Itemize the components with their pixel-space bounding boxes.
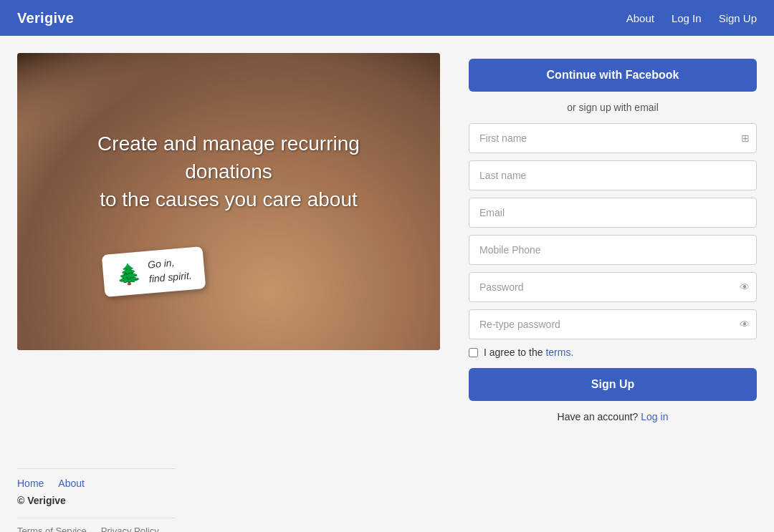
terms-link[interactable]: terms. (545, 347, 573, 358)
phone-input[interactable] (469, 235, 757, 265)
or-divider: or sign up with email (469, 102, 757, 113)
footer-copyright: © Verigive (17, 495, 757, 506)
nav-login[interactable]: Log In (672, 12, 702, 24)
first-name-input[interactable] (469, 123, 757, 153)
card-text: Go in, find spirit. (147, 254, 192, 286)
brand-logo: Verigive (17, 10, 74, 26)
footer-divider-top (17, 468, 175, 469)
navbar: Verigive About Log In Sign Up (0, 0, 774, 36)
hero-text: Create and manage recurring donationsto … (59, 130, 398, 214)
hero-image: Create and manage recurring donationsto … (17, 53, 440, 350)
password-input[interactable] (469, 272, 757, 302)
retype-password-input[interactable] (469, 309, 757, 339)
footer-divider-bottom (17, 518, 175, 518)
signup-button[interactable]: Sign Up (469, 368, 757, 401)
hero-section: Create and manage recurring donationsto … (17, 53, 440, 422)
privacy-policy-link[interactable]: Privacy Policy (101, 526, 159, 532)
login-link[interactable]: Log in (641, 411, 668, 422)
terms-row: I agree to the terms. (469, 347, 757, 358)
main-content: Create and manage recurring donationsto … (0, 36, 774, 422)
navbar-links: About Log In Sign Up (626, 12, 757, 24)
terms-of-service-link[interactable]: Terms of Service (17, 526, 87, 532)
first-name-icon: ⊞ (741, 132, 750, 144)
footer-nav: Home About (17, 478, 757, 489)
last-name-input[interactable] (469, 160, 757, 190)
footer-about-link[interactable]: About (58, 478, 85, 489)
password-wrapper: 👁 (469, 272, 757, 302)
footer-legal: Terms of Service Privacy Policy (17, 526, 757, 532)
tree-icon: 🌲 (115, 261, 143, 286)
facebook-button[interactable]: Continue with Facebook (469, 59, 757, 92)
email-input[interactable] (469, 198, 757, 228)
card-overlay: 🌲 Go in, find spirit. (102, 246, 206, 297)
footer: Home About © Verigive Terms of Service P… (0, 451, 774, 532)
retype-eye-icon: 👁 (740, 319, 750, 330)
nav-signup[interactable]: Sign Up (719, 12, 757, 24)
footer-home-link[interactable]: Home (17, 478, 44, 489)
terms-checkbox[interactable] (469, 348, 478, 357)
terms-label: I agree to the terms. (484, 347, 573, 358)
retype-password-wrapper: 👁 (469, 309, 757, 339)
have-account-text: Have an account? Log in (469, 411, 757, 422)
nav-about[interactable]: About (626, 12, 654, 24)
password-eye-icon: 👁 (740, 281, 750, 293)
signup-section: Continue with Facebook or sign up with e… (469, 53, 757, 422)
first-name-wrapper: ⊞ (469, 123, 757, 153)
